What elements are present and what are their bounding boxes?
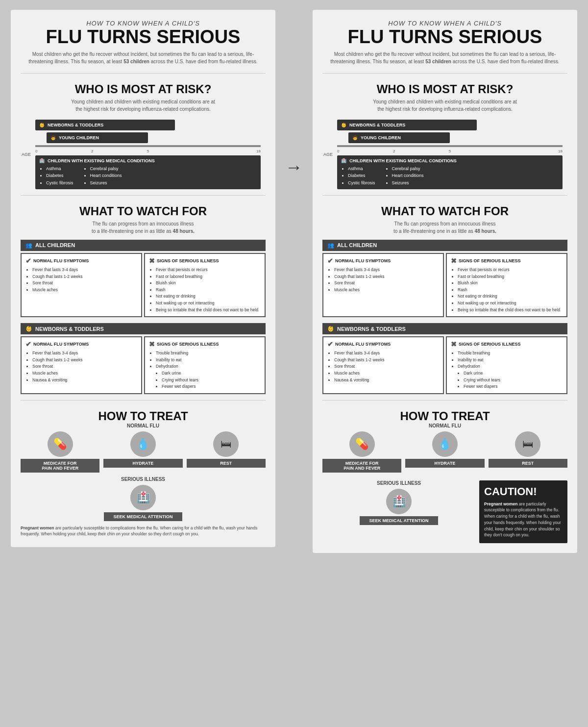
left-age-ticks: 0 2 5 18	[35, 149, 261, 153]
right-caution-text: Pregnant women are particularly suscepti…	[484, 501, 563, 539]
left-risk-subtitle: Young children and children with existin…	[21, 98, 266, 113]
right-hydrate-icon: 💧	[432, 431, 458, 457]
left-newborns-normal-label: NORMAL FLU SYMPTOMS	[33, 342, 89, 347]
left-all-children-icon: 👥	[25, 242, 32, 249]
right-conditions-list2: Cerebral palsy Heart conditions Seizures	[385, 165, 424, 186]
right-all-serious-header: ✖ SIGNS OF SERIOUS ILLNESS	[451, 257, 563, 265]
left-age-bar-line	[35, 145, 261, 147]
right-newborns-section: 👶 NEWBORNS & TODDLERS ✔ NORMAL FLU SYMPT…	[322, 323, 567, 394]
right-watch-section: WHAT TO WATCH FOR The flu can progress f…	[322, 204, 567, 394]
right-all-children-header: 👥 ALL CHILDREN	[322, 240, 567, 251]
right-newborns-label: NEWBORNS & TODDLERS	[349, 123, 405, 127]
left-newborns-x-icon: ✖	[149, 340, 155, 348]
right-treat-serious-label: SERIOUS ILLNESS	[322, 480, 475, 486]
right-conditions-box: 🏥 CHILDREN WITH EXISTING MEDICAL CONDITI…	[337, 155, 563, 189]
right-conditions-list: Asthma Diabetes Cystic fibrosis Cerebral…	[341, 165, 559, 186]
arrow-icon: →	[285, 157, 303, 177]
right-panel: How to know when a child's FLU TURNS SER…	[313, 10, 577, 553]
right-header-title: FLU TURNS SERIOUS	[322, 27, 567, 48]
left-all-children-section: 👥 ALL CHILDREN ✔ NORMAL FLU SYMPTOMS Fev…	[21, 240, 266, 317]
left-newborns-icon: 👶	[39, 123, 45, 127]
left-newborns-normal-list: Fever that lasts 3-4 days Cough that las…	[25, 350, 137, 383]
right-young-icon: 🧒	[352, 135, 358, 140]
left-newborns-serious-list: Trouble breathing Inability to eat Dehyd…	[149, 350, 261, 390]
left-newborns-bar: 👶 NEWBORNS & TODDLERS	[35, 120, 175, 130]
right-all-normal-header: ✔ NORMAL FLU SYMPTOMS	[327, 257, 439, 265]
right-conditions-list1: Asthma Diabetes Cystic fibrosis	[341, 165, 375, 186]
left-newborns-normal-box: ✔ NORMAL FLU SYMPTOMS Fever that lasts 3…	[21, 336, 142, 394]
left-treat-serious-label: SERIOUS ILLNESS	[21, 476, 266, 482]
left-medical-icon: 🏥	[130, 485, 156, 510]
left-header-desc: Most children who get the flu recover wi…	[21, 50, 266, 65]
left-treat-rest-box: 🛏 REST	[187, 431, 266, 473]
right-newborns-serious-header: ✖ SIGNS OF SERIOUS ILLNESS	[451, 340, 563, 348]
right-all-normal-box: ✔ NORMAL FLU SYMPTOMS Fever that lasts 3…	[322, 253, 444, 317]
left-risk-chart: AGE 👶 NEWBORNS & TODDLERS 🧒 YOUNG CHILDR…	[21, 120, 266, 189]
right-medicate-icon: 💊	[349, 431, 375, 457]
left-header: How to know when a child's FLU TURNS SER…	[21, 20, 266, 65]
left-newborns-section: 👶 NEWBORNS & TODDLERS ✔ NORMAL FLU SYMPT…	[21, 323, 266, 394]
left-medicate-icon: 💊	[48, 431, 73, 457]
left-pregnant-strong: Pregnant women	[21, 526, 54, 530]
left-all-children-label: ALL CHILDREN	[35, 242, 75, 248]
right-treat-serious-left: SERIOUS ILLNESS 🏥 SEEK MEDICAL ATTENTION	[322, 476, 475, 529]
right-check-icon: ✔	[327, 257, 333, 265]
right-medicate-label: MEDICATE FORPAIN AND FEVER	[322, 459, 401, 473]
right-newborns-serious-list: Trouble breathing Inability to eat Dehyd…	[451, 350, 563, 390]
right-header-desc: Most children who get the flu recover wi…	[322, 50, 567, 65]
right-newborns-bar: 👶 NEWBORNS & TODDLERS	[337, 120, 477, 130]
right-all-normal-label: NORMAL FLU SYMPTOMS	[335, 258, 391, 263]
left-conditions-icon: 🏥	[39, 158, 45, 163]
right-treat-hydrate-box: 💧 HYDRATE	[405, 431, 484, 473]
left-watch-section: WHAT TO WATCH FOR The flu can progress f…	[21, 204, 266, 394]
right-newborns-watch-label: NEWBORNS & TODDLERS	[337, 326, 406, 332]
right-newborns-check-icon: ✔	[327, 340, 333, 348]
left-treat-medicate-box: 💊 MEDICATE FORPAIN AND FEVER	[21, 431, 99, 473]
right-newborns-watch-icon: 👶	[327, 326, 334, 332]
right-conditions-label: CHILDREN WITH EXISTING MEDICAL CONDITION…	[349, 158, 457, 163]
left-conditions-box: 🏥 CHILDREN WITH EXISTING MEDICAL CONDITI…	[35, 155, 261, 189]
right-treat-medical-box: 🏥 SEEK MEDICAL ATTENTION	[322, 489, 475, 525]
left-newborns-serious-box: ✖ SIGNS OF SERIOUS ILLNESS Trouble breat…	[144, 336, 266, 394]
left-rest-icon: 🛏	[213, 431, 239, 457]
right-treat-title: HOW TO TREAT	[322, 409, 567, 423]
left-newborns-symptoms-row: ✔ NORMAL FLU SYMPTOMS Fever that lasts 3…	[21, 336, 266, 394]
left-treat-hydrate-box: 💧 HYDRATE	[103, 431, 182, 473]
right-treat-normal-label: NORMAL FLU	[322, 423, 567, 428]
right-newborns-normal-label: NORMAL FLU SYMPTOMS	[335, 342, 391, 347]
right-all-serious-list: Fever that persists or recurs Fast or la…	[451, 267, 563, 313]
right-conditions-header: 🏥 CHILDREN WITH EXISTING MEDICAL CONDITI…	[341, 158, 559, 163]
right-newborns-normal-header: ✔ NORMAL FLU SYMPTOMS	[327, 340, 439, 348]
left-age-bar-container: AGE 👶 NEWBORNS & TODDLERS 🧒 YOUNG CHILDR…	[35, 120, 261, 189]
left-all-children-header: 👥 ALL CHILDREN	[21, 240, 266, 251]
right-treat-section: HOW TO TREAT NORMAL FLU 💊 MEDICATE FORPA…	[322, 409, 567, 544]
right-newborns-normal-list: Fever that lasts 3-4 days Cough that las…	[327, 350, 439, 383]
right-all-children-icon: 👥	[327, 242, 334, 249]
right-risk-subtitle: Young children and children with existin…	[322, 98, 567, 113]
left-treat-normal-label: NORMAL FLU	[21, 423, 266, 428]
right-caution-box: CAUTION! Pregnant women are particularly…	[479, 476, 567, 544]
right-watch-title: WHAT TO WATCH FOR	[322, 204, 567, 218]
left-conditions-list: Asthma Diabetes Cystic fibrosis Cerebral…	[39, 165, 257, 186]
left-conditions-list2: Cerebral palsy Heart conditions Seizures	[83, 165, 122, 186]
left-all-normal-header: ✔ NORMAL FLU SYMPTOMS	[25, 257, 137, 265]
left-header-title: FLU TURNS SERIOUS	[21, 27, 266, 48]
right-medical-icon: 🏥	[386, 489, 412, 514]
left-x-icon: ✖	[149, 257, 155, 265]
left-panel: How to know when a child's FLU TURNS SER…	[11, 10, 275, 547]
left-medicate-label: MEDICATE FORPAIN AND FEVER	[21, 459, 99, 473]
right-x-icon: ✖	[451, 257, 457, 265]
left-newborns-label: NEWBORNS & TODDLERS	[48, 123, 103, 127]
right-young-bar: 🧒 YOUNG CHILDREN	[348, 132, 450, 143]
right-conditions-icon: 🏥	[341, 158, 346, 163]
right-newborns-watch-header: 👶 NEWBORNS & TODDLERS	[322, 323, 567, 334]
left-age-label: AGE	[22, 152, 31, 157]
left-treat-icons-row: 💊 MEDICATE FORPAIN AND FEVER 💧 HYDRATE 🛏…	[21, 431, 266, 473]
left-newborns-check-icon: ✔	[25, 340, 31, 348]
right-caution-prefix: Pregnant women	[484, 501, 517, 506]
right-highlight-number: 53 children	[425, 59, 451, 64]
left-hydrate-label: HYDRATE	[103, 459, 182, 468]
left-all-normal-label: NORMAL FLU SYMPTOMS	[33, 258, 89, 263]
right-newborns-serious-label: SIGNS OF SERIOUS ILLNESS	[459, 342, 521, 347]
right-watch-subtitle: The flu can progress from an innocuous i…	[322, 220, 567, 235]
